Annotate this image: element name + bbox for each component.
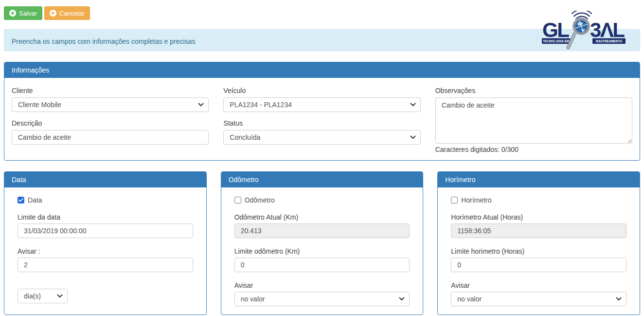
veiculo-select-value: PLA1234 - PLA1234 (230, 101, 292, 109)
informacoes-panel-title: Informações (4, 62, 640, 78)
chevron-down-icon (399, 297, 405, 301)
status-select[interactable]: Concluída (223, 130, 420, 145)
logo-tagline-right: RASTREAMENTO (596, 39, 622, 43)
logo-tagline-left: TECNOLOGIA EM (543, 39, 569, 43)
odometro-avisar-select-value: no valor (241, 295, 265, 303)
informacoes-col-2: Veículo PLA1234 - PLA1234 Status Concluí… (223, 86, 420, 153)
odometro-atual-input (234, 223, 410, 238)
data-checkbox-label: Data (28, 196, 42, 204)
limite-odometro-label: Limite odômetro (Km) (234, 247, 410, 255)
odometro-panel-title: Odômetro (221, 172, 423, 187)
odometro-atual-label: Odômetro Atual (Km) (234, 213, 410, 221)
plus-circle-icon (9, 10, 16, 17)
magnifier-globe-icon (568, 17, 590, 48)
horimetro-avisar-select[interactable]: no valor (451, 292, 626, 306)
chevron-down-icon (198, 103, 204, 107)
status-label: Status (223, 119, 420, 127)
chevron-down-icon (616, 297, 622, 301)
unit-select-value: dia(s) (24, 292, 41, 300)
observacoes-textarea[interactable]: Cambio de aceite (435, 97, 632, 144)
data-avisar-input[interactable] (18, 258, 193, 272)
horimetro-atual-label: Horímetro Atual (Horas) (451, 213, 626, 221)
veiculo-select[interactable]: PLA1234 - PLA1234 (223, 97, 420, 112)
informacoes-col-3: Observações Cambio de aceite Caracteres … (435, 86, 632, 153)
limite-data-input[interactable] (18, 223, 193, 238)
limite-data-label: Limite da data (18, 213, 193, 221)
limite-horimetro-input[interactable] (451, 258, 626, 272)
logo-text-left: GL (542, 19, 569, 41)
horimetro-checkbox-label: Horímetro (461, 196, 491, 204)
cliente-select-value: Cliente Mobile (18, 101, 61, 109)
veiculo-label: Veículo (223, 87, 420, 94)
logo-text-right: 3ΛL (590, 19, 625, 41)
odometro-avisar-label: Avisar (234, 281, 410, 289)
horimetro-panel: Horímetro Horímetro Horímetro Atual (Hor… (437, 171, 640, 315)
limite-odometro-input[interactable] (234, 258, 410, 272)
save-button-label: Salvar (19, 10, 37, 17)
data-checkbox[interactable] (18, 197, 24, 204)
limite-horimetro-label: Limite horimetro (Horas) (451, 247, 626, 255)
brand-logo: GL 3ΛL TECNOLOGIA EM RASTREAMENTO (542, 11, 627, 52)
horimetro-avisar-label: Avisar (451, 281, 626, 289)
observacoes-label: Observações (435, 87, 632, 94)
informacoes-col-1: Cliente Cliente Mobile Descrição (12, 86, 209, 153)
horimetro-checkbox[interactable] (451, 197, 458, 204)
descricao-input[interactable] (12, 130, 209, 145)
status-select-value: Concluída (230, 133, 260, 141)
odometro-avisar-select[interactable]: no valor (234, 292, 410, 306)
chevron-down-icon (410, 103, 416, 107)
cancel-button-label: Cancelar (59, 10, 85, 17)
data-avisar-label: Avisar : (18, 247, 193, 255)
cliente-label: Cliente (12, 87, 209, 94)
descricao-label: Descrição (12, 119, 209, 127)
globe-magnifier-logo: GL 3ΛL TECNOLOGIA EM RASTREAMENTO (542, 11, 627, 52)
chevron-down-icon (57, 294, 63, 298)
odometro-panel: Odômetro Odômetro Odômetro Atual (Km) Li… (221, 171, 424, 315)
horimetro-avisar-select-value: no valor (457, 295, 482, 303)
horimetro-atual-input (451, 223, 626, 238)
character-counter: Caracteres digitados: 0/300 (435, 146, 632, 153)
horimetro-panel-title: Horímetro (438, 172, 640, 187)
unit-select[interactable]: dia(s) (18, 289, 68, 303)
chevron-down-icon (410, 135, 416, 139)
save-button[interactable]: Salvar (4, 6, 42, 20)
odometro-checkbox[interactable] (234, 197, 241, 204)
cancel-button[interactable]: Cancelar (44, 6, 90, 20)
limits-row: Data Data Limite da data Avisar : dia(s) (4, 171, 640, 315)
data-panel: Data Data Limite da data Avisar : dia(s) (4, 171, 207, 315)
arrow-circle-left-icon (50, 10, 56, 17)
odometro-checkbox-label: Odômetro (245, 196, 275, 204)
cliente-select[interactable]: Cliente Mobile (12, 97, 209, 112)
info-alert-text: Preencha os campos com informações compl… (12, 37, 195, 45)
informacoes-panel: Informações Cliente Cliente Mobile (4, 62, 640, 161)
data-panel-title: Data (4, 172, 206, 187)
